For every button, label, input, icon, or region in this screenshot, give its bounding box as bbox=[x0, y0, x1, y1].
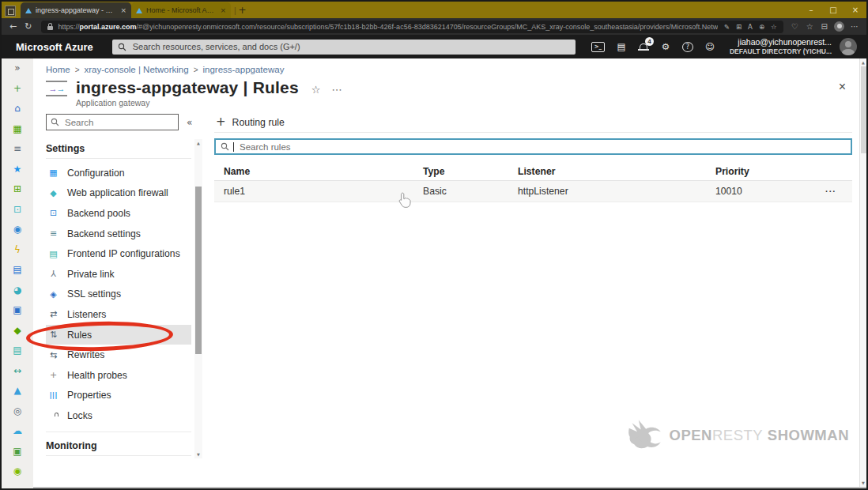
rail-function-apps-icon[interactable]: ϟ bbox=[11, 243, 24, 256]
search-rules-box[interactable] bbox=[214, 138, 852, 155]
sidebar-item-properties[interactable]: |||Properties bbox=[46, 386, 191, 406]
browser-essentials-icon[interactable]: ♡ bbox=[791, 20, 798, 34]
sidebar-item-rewrites[interactable]: ⇆Rewrites bbox=[46, 345, 191, 365]
rail-virtual-networks-icon[interactable]: ↔ bbox=[11, 364, 24, 377]
azure-search-box[interactable] bbox=[112, 40, 576, 55]
rail-all-resources-icon[interactable]: ⊞ bbox=[11, 183, 24, 195]
rail-virtual-machines-icon[interactable]: ▣ bbox=[11, 303, 24, 316]
account-avatar[interactable] bbox=[840, 38, 857, 55]
sidebar-item-listeners[interactable]: ⇄Listeners bbox=[46, 304, 191, 325]
sidebar-item-ssl-settings[interactable]: ◈SSL settings bbox=[46, 285, 191, 305]
address-bar[interactable]: https://portal.azure.com/#@yichunopenres… bbox=[41, 21, 783, 33]
new-tab-button[interactable]: + bbox=[239, 5, 247, 16]
split-screen-icon[interactable]: ⊞ bbox=[736, 21, 742, 32]
column-header[interactable]: Listener bbox=[518, 166, 715, 177]
rail-favorites-icon[interactable]: ★ bbox=[11, 163, 24, 175]
private-link-icon: ⅄ bbox=[47, 269, 59, 279]
breadcrumb-link[interactable]: Home bbox=[46, 65, 70, 74]
rail-home-icon[interactable]: ⌂ bbox=[11, 102, 24, 115]
breadcrumb-link[interactable]: xray-console | Networking bbox=[85, 65, 189, 74]
maximize-button[interactable]: □ bbox=[822, 2, 844, 18]
rail-advisor-icon[interactable]: ☁ bbox=[11, 424, 24, 437]
refresh-button[interactable]: ↻ bbox=[25, 20, 32, 34]
favorites-bar-icon[interactable]: ☆ bbox=[806, 20, 813, 34]
column-header[interactable]: Name bbox=[224, 166, 423, 177]
close-button[interactable]: × bbox=[844, 2, 866, 18]
page-more-button[interactable]: ⋯ bbox=[332, 84, 343, 96]
sidebar-item-frontend-ip-configurations[interactable]: ▤Frontend IP configurations bbox=[46, 243, 191, 264]
back-button[interactable]: ← bbox=[9, 20, 17, 34]
rail-dashboard-icon[interactable]: ▦ bbox=[11, 122, 24, 135]
search-rules-input[interactable] bbox=[238, 141, 846, 153]
azure-search-input[interactable] bbox=[131, 41, 570, 52]
favorite-star-button[interactable]: ☆ bbox=[311, 84, 321, 96]
menu-search-input[interactable] bbox=[63, 117, 174, 128]
feedback-icon[interactable]: ☺ bbox=[704, 40, 715, 53]
sidebar-item-backend-settings[interactable]: ≡Backend settings bbox=[46, 224, 191, 244]
scroll-down-icon[interactable]: ▼ bbox=[860, 481, 866, 485]
page-scrollbar[interactable]: ▲ ▼ bbox=[859, 58, 866, 487]
tab-close-icon[interactable]: × bbox=[120, 6, 126, 14]
url-text: https://portal.azure.com/#@yichunopenres… bbox=[58, 23, 717, 31]
sidebar-item-configuration[interactable]: ▦Configuration bbox=[46, 163, 191, 183]
add-routing-rule-button[interactable]: + Routing rule bbox=[214, 116, 286, 129]
rail-all-services-icon[interactable]: ≡ bbox=[11, 142, 24, 155]
sidebar-item-private-link[interactable]: ⅄Private link bbox=[46, 264, 191, 285]
browser-profile-avatar[interactable] bbox=[834, 21, 844, 32]
watermark-text: OPEN bbox=[670, 427, 712, 443]
sidebar-item-web-application-firewall[interactable]: ◆Web application firewall bbox=[46, 183, 191, 204]
column-header[interactable]: Type bbox=[423, 166, 518, 177]
rail-cosmos-db-icon[interactable]: ◕ bbox=[11, 284, 24, 296]
rail-sql-databases-icon[interactable]: ▤ bbox=[11, 263, 24, 276]
read-aloud-icon[interactable]: A bbox=[748, 21, 753, 32]
browser-tab[interactable]: ingress-appgateway - Microsoft…× bbox=[21, 2, 131, 18]
help-icon[interactable]: ? bbox=[682, 42, 693, 52]
portal-body: »+⌂▦≡★⊞⊡◉ϟ▤◕▣◆▤↔▲◎☁▣◉ Home>xray-console … bbox=[2, 58, 866, 488]
directories-filter-icon[interactable]: ▤ bbox=[616, 40, 627, 53]
menu-search-box[interactable] bbox=[46, 114, 179, 130]
sidebar-item-backend-pools[interactable]: ⊡Backend pools bbox=[46, 203, 191, 224]
collections-icon[interactable]: ⊟ bbox=[821, 20, 828, 34]
cell-listener: httpListener bbox=[518, 186, 715, 197]
edit-url-icon[interactable]: ✎ bbox=[724, 21, 730, 32]
rail-resource-groups-icon[interactable]: ⊡ bbox=[11, 203, 24, 216]
rail-defender-icon[interactable]: ▣ bbox=[11, 445, 24, 458]
rail-azure-ad-icon[interactable]: ▲ bbox=[11, 384, 24, 397]
rail-app-services-icon[interactable]: ◉ bbox=[11, 223, 24, 236]
favorite-star-icon[interactable]: ☆ bbox=[771, 21, 777, 32]
rail-expand-icon[interactable]: » bbox=[11, 62, 24, 74]
breadcrumb-link[interactable]: ingress-appgateway bbox=[202, 65, 284, 74]
scrollbar-thumb[interactable] bbox=[861, 66, 866, 153]
minimize-button[interactable]: – bbox=[800, 2, 822, 18]
browser-tab[interactable]: Home - Microsoft Azure× bbox=[131, 2, 231, 18]
browser-menu-icon[interactable]: ⋯ bbox=[851, 22, 859, 31]
scroll-up-icon[interactable]: ▲ bbox=[860, 60, 866, 65]
scrollbar-thumb[interactable] bbox=[195, 187, 202, 354]
column-header[interactable]: Priority bbox=[715, 166, 825, 177]
sidebar-item-health-probes[interactable]: +Health probes bbox=[46, 365, 191, 386]
account-info[interactable]: jiahao@yichunopenrest... DEFAULT DIRECTO… bbox=[730, 37, 832, 56]
scroll-up-icon[interactable]: ▲ bbox=[194, 141, 202, 145]
blade-close-button[interactable]: × bbox=[839, 80, 846, 94]
scroll-down-icon[interactable]: ▼ bbox=[194, 452, 202, 457]
cloud-shell-icon[interactable]: >_ bbox=[591, 42, 605, 52]
resource-menu: « Settings▦Configuration◆Web application… bbox=[33, 112, 202, 460]
azure-brand[interactable]: Microsoft Azure bbox=[16, 41, 93, 53]
tab-close-icon[interactable]: × bbox=[220, 6, 226, 14]
rail-load-balancers-icon[interactable]: ◆ bbox=[11, 324, 24, 337]
zoom-page-icon[interactable]: ⊕ bbox=[759, 21, 764, 32]
rail-cost-management-icon[interactable]: ◉ bbox=[11, 465, 24, 477]
settings-gear-icon[interactable]: ⚙ bbox=[660, 40, 671, 53]
sidebar-item-locks[interactable]: Locks bbox=[46, 405, 191, 426]
row-menu-button[interactable]: ··· bbox=[825, 187, 852, 196]
rail-create-resource-icon[interactable]: + bbox=[11, 82, 24, 95]
cell-type: Basic bbox=[423, 186, 518, 197]
table-row[interactable]: rule1BasichttpListener10010··· bbox=[214, 181, 852, 202]
menu-scrollbar[interactable]: ▲ ▼ bbox=[194, 139, 202, 458]
rail-storage-accounts-icon[interactable]: ▤ bbox=[11, 344, 24, 356]
collapse-menu-button[interactable]: « bbox=[187, 117, 192, 128]
rail-monitor-icon[interactable]: ◎ bbox=[11, 405, 24, 417]
web-application-firewall-icon: ◆ bbox=[47, 188, 59, 198]
notifications-bell-icon[interactable]: 4 bbox=[638, 40, 649, 53]
sidebar-item-rules[interactable]: ⇅Rules bbox=[46, 325, 191, 345]
